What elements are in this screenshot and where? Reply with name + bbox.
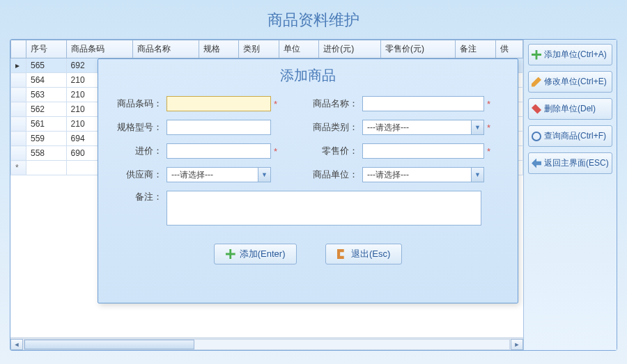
search-product-button[interactable]: 查询商品(Ctrl+F) — [528, 125, 612, 147]
back-icon — [532, 159, 541, 168]
delete-unit-button[interactable]: 删除单位(Del) — [528, 98, 612, 120]
page-title: 商品资料维护 — [0, 0, 627, 39]
add-icon — [226, 249, 235, 259]
scroll-track[interactable] — [24, 339, 510, 350]
label-remark: 备注： — [112, 191, 167, 203]
cell-seq[interactable]: 563 — [26, 88, 67, 102]
btn-label: 添加单位(Ctrl+A) — [544, 49, 607, 61]
supplier-select[interactable]: ---请选择---▼ — [167, 167, 271, 182]
spec-input[interactable] — [167, 120, 271, 135]
col-seq[interactable]: 序号 — [26, 40, 67, 58]
dialog-add-button[interactable]: 添加(Enter) — [214, 244, 297, 264]
required-mark: * — [274, 146, 277, 157]
cost-input[interactable] — [167, 143, 271, 159]
name-input[interactable] — [362, 96, 484, 111]
cell-seq[interactable]: 565 — [26, 58, 67, 73]
col-remark[interactable]: 备注 — [456, 40, 496, 58]
col-barcode[interactable]: 商品条码 — [66, 40, 132, 58]
label-supplier: 供应商： — [112, 168, 167, 181]
side-panel: 添加单位(Ctrl+A) 修改单位(Ctrl+E) 删除单位(Del) 查询商品… — [523, 40, 617, 350]
unit-select[interactable]: ---请选择---▼ — [362, 167, 484, 182]
category-select[interactable]: ---请选择---▼ — [362, 120, 484, 135]
price-input[interactable] — [362, 143, 484, 159]
chevron-down-icon: ▼ — [258, 168, 270, 182]
label-category: 商品类别： — [308, 121, 362, 134]
edit-unit-button[interactable]: 修改单位(Ctrl+E) — [528, 71, 612, 93]
edit-icon — [532, 77, 541, 87]
add-icon — [532, 50, 541, 60]
delete-icon — [532, 104, 541, 114]
new-row-marker: * — [11, 161, 26, 175]
label-spec: 规格型号： — [112, 121, 167, 134]
select-value: ---请选择--- — [171, 169, 213, 181]
col-cost[interactable]: 进价(元) — [319, 40, 381, 58]
cell-seq[interactable]: 562 — [26, 102, 67, 117]
col-spec[interactable]: 规格 — [199, 40, 239, 58]
col-category[interactable]: 类别 — [239, 40, 279, 58]
grid-corner — [11, 40, 26, 58]
cell-seq[interactable]: 561 — [26, 117, 67, 132]
btn-label: 修改单位(Ctrl+E) — [544, 76, 607, 88]
col-supplier[interactable]: 供 — [496, 40, 523, 58]
exit-icon — [337, 249, 347, 259]
select-value: ---请选择--- — [367, 169, 409, 181]
search-icon — [532, 132, 541, 141]
dialog-title: 添加商品 — [98, 59, 518, 90]
required-mark: * — [274, 99, 277, 109]
add-product-dialog: 添加商品 商品条码： * 商品名称： * 规格型号： 商品类别： ---请选择-… — [98, 58, 518, 303]
chevron-down-icon: ▼ — [471, 120, 483, 134]
horizontal-scrollbar[interactable]: ◄ ► — [10, 338, 523, 350]
col-price[interactable]: 零售价(元) — [381, 40, 456, 58]
scroll-left-icon[interactable]: ◄ — [10, 339, 23, 350]
btn-label: 返回主界面(ESC) — [544, 157, 609, 169]
btn-label: 退出(Esc) — [351, 248, 390, 260]
label-unit: 商品单位： — [308, 168, 362, 181]
cell-seq[interactable]: 559 — [26, 132, 67, 146]
required-mark: * — [487, 122, 490, 133]
label-price: 零售价： — [308, 145, 362, 157]
remark-textarea[interactable] — [167, 191, 481, 225]
back-main-button[interactable]: 返回主界面(ESC) — [528, 152, 612, 174]
col-unit[interactable]: 单位 — [279, 40, 319, 58]
scroll-right-icon[interactable]: ► — [511, 339, 523, 350]
label-name: 商品名称： — [308, 97, 362, 110]
col-name[interactable]: 商品名称 — [132, 40, 199, 58]
cell-seq[interactable]: 558 — [26, 146, 67, 161]
btn-label: 添加(Enter) — [240, 248, 286, 260]
select-value: ---请选择--- — [367, 122, 409, 134]
chevron-down-icon: ▼ — [471, 168, 483, 182]
scroll-thumb[interactable] — [24, 340, 194, 349]
btn-label: 查询商品(Ctrl+F) — [544, 130, 606, 142]
cell-seq[interactable]: 564 — [26, 73, 67, 88]
row-marker: ▸ — [11, 58, 26, 73]
barcode-input[interactable] — [167, 96, 271, 111]
label-barcode: 商品条码： — [112, 97, 167, 110]
required-mark: * — [487, 146, 490, 157]
btn-label: 删除单位(Del) — [544, 103, 596, 115]
label-cost: 进价： — [112, 145, 167, 157]
add-unit-button[interactable]: 添加单位(Ctrl+A) — [528, 44, 612, 65]
required-mark: * — [487, 99, 490, 109]
dialog-exit-button[interactable]: 退出(Esc) — [325, 244, 402, 264]
